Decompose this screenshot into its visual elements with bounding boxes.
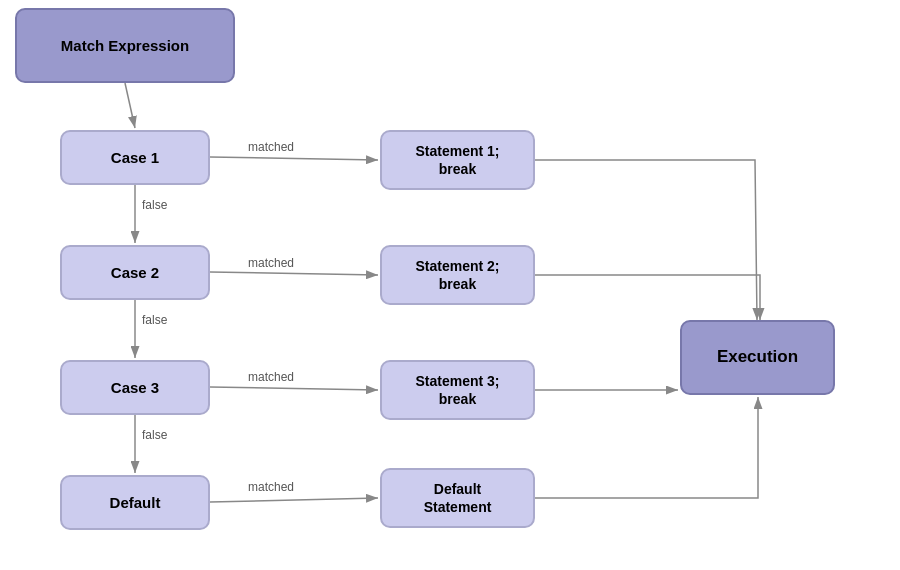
case1-node: Case 1 xyxy=(60,130,210,185)
matched2-label: matched xyxy=(248,256,294,270)
default-stmt-node: Default Statement xyxy=(380,468,535,528)
matched4-label: matched xyxy=(248,480,294,494)
svg-line-8 xyxy=(210,498,378,502)
svg-line-1 xyxy=(125,83,135,128)
matched3-label: matched xyxy=(248,370,294,384)
case2-node: Case 2 xyxy=(60,245,210,300)
stmt1-node: Statement 1; break xyxy=(380,130,535,190)
svg-line-7 xyxy=(210,387,378,390)
match-expression-node: Match Expression xyxy=(15,8,235,83)
svg-line-6 xyxy=(210,272,378,275)
false1-label: false xyxy=(142,198,167,212)
stmt3-node: Statement 3; break xyxy=(380,360,535,420)
case3-node: Case 3 xyxy=(60,360,210,415)
svg-line-5 xyxy=(210,157,378,160)
false3-label: false xyxy=(142,428,167,442)
stmt2-node: Statement 2; break xyxy=(380,245,535,305)
false2-label: false xyxy=(142,313,167,327)
execution-node: Execution xyxy=(680,320,835,395)
default-node: Default xyxy=(60,475,210,530)
diagram: Match Expression Case 1 Case 2 Case 3 De… xyxy=(0,0,900,570)
matched1-label: matched xyxy=(248,140,294,154)
